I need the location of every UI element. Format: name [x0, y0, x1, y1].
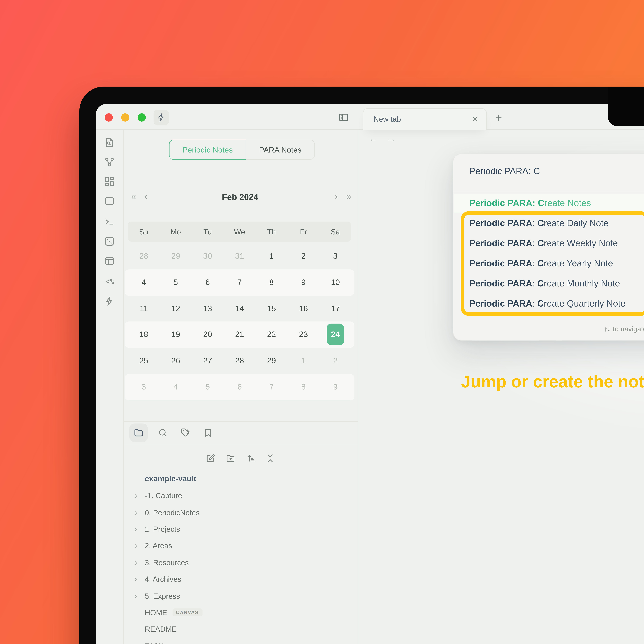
layout-panel-icon[interactable]: [104, 256, 115, 266]
file-search-icon[interactable]: [104, 137, 115, 148]
tree-item[interactable]: HOME CANVAS: [123, 604, 358, 621]
zap-icon[interactable]: [154, 110, 169, 125]
tree-item-label: 1. Projects: [145, 525, 180, 533]
bookmark-icon[interactable]: [203, 428, 213, 438]
tree-item[interactable]: › 3. Resources: [123, 554, 358, 571]
calendar-day[interactable]: 6: [224, 374, 256, 400]
calendar-day[interactable]: 13: [192, 295, 224, 322]
zap-ribbon-icon[interactable]: [104, 296, 115, 307]
display-notch: [608, 87, 644, 126]
calendar-day[interactable]: 20: [192, 321, 224, 348]
tab-para-notes[interactable]: PARA Notes: [246, 140, 315, 160]
weekday-label: Sa: [319, 222, 351, 242]
tree-item[interactable]: TASK: [123, 638, 358, 644]
palette-command[interactable]: Periodic PARA: Create Daily Note: [454, 213, 644, 233]
graph-icon[interactable]: [104, 157, 115, 167]
calendar-day[interactable]: 12: [160, 295, 192, 322]
close-window-button[interactable]: [105, 113, 113, 122]
editor-tab[interactable]: New tab ✕: [363, 108, 487, 130]
tree-item[interactable]: › 0. PeriodicNotes: [123, 504, 358, 521]
calendar-day[interactable]: 6: [192, 269, 224, 295]
calendar-day[interactable]: 5: [192, 374, 224, 400]
calendar-day[interactable]: 9: [319, 374, 351, 400]
month-title[interactable]: Feb 2024: [222, 188, 258, 206]
new-note-icon[interactable]: [205, 453, 215, 463]
calendar-day[interactable]: 16: [287, 295, 319, 322]
calendar-day[interactable]: 24: [319, 321, 351, 348]
search-icon[interactable]: [157, 428, 168, 438]
calendar-day[interactable]: 23: [287, 321, 319, 348]
calendar-day[interactable]: 21: [224, 321, 256, 348]
calendar-day[interactable]: 17: [319, 295, 351, 322]
calendar-day[interactable]: 1: [256, 243, 287, 269]
calendar-day[interactable]: 11: [128, 295, 160, 322]
calendar-day[interactable]: 19: [160, 321, 192, 348]
calendar-day[interactable]: 18: [128, 321, 160, 348]
calendar-day[interactable]: 8: [287, 374, 319, 400]
calendar-day[interactable]: 10: [319, 269, 351, 295]
palette-command[interactable]: Periodic PARA: Create Monthly Note: [454, 274, 644, 294]
calendar-day[interactable]: 22: [256, 321, 287, 348]
layout-sidebar-toggle-icon[interactable]: [338, 112, 349, 123]
tree-item[interactable]: › 1. Projects: [123, 521, 358, 537]
new-tab-button[interactable]: +: [493, 106, 505, 130]
calendar-day[interactable]: 2: [287, 243, 319, 269]
back-icon[interactable]: ←: [369, 134, 378, 144]
calendar-day[interactable]: 1: [287, 348, 319, 374]
tree-item[interactable]: › 4. Archives: [123, 571, 358, 588]
dice-icon[interactable]: [104, 236, 115, 247]
tags-icon[interactable]: [180, 428, 190, 438]
folder-icon[interactable]: [129, 423, 148, 442]
previous-month-button[interactable]: ‹: [144, 188, 147, 206]
palette-command[interactable]: Periodic PARA: Create Yearly Note: [454, 253, 644, 274]
calendar-day[interactable]: 15: [256, 295, 287, 322]
palette-search-input[interactable]: Periodic PARA: C: [469, 162, 644, 180]
calendar-day[interactable]: 3: [319, 243, 351, 269]
tree-item[interactable]: README: [123, 621, 358, 638]
previous-year-button[interactable]: «: [131, 188, 136, 206]
tree-item[interactable]: › 2. Areas: [123, 537, 358, 554]
new-folder-icon[interactable]: [225, 453, 235, 463]
next-month-button[interactable]: ›: [335, 188, 338, 206]
palette-selected-command[interactable]: Periodic PARA: Create Notes: [454, 194, 644, 213]
calendar-day[interactable]: 26: [160, 348, 192, 374]
calendar-day[interactable]: 5: [160, 269, 192, 295]
zoom-window-button[interactable]: [138, 113, 146, 122]
calendar-day[interactable]: 28: [224, 348, 256, 374]
palette-command[interactable]: Periodic PARA: Create Quarterly Note: [454, 294, 644, 314]
forward-icon[interactable]: →: [387, 134, 396, 144]
sort-ascending-icon[interactable]: [245, 453, 255, 463]
palette-command[interactable]: Periodic PARA: Create Weekly Note: [454, 233, 644, 253]
calendar-day[interactable]: 7: [256, 374, 287, 400]
calendar-day[interactable]: 4: [160, 374, 192, 400]
calendar-day[interactable]: 31: [224, 243, 256, 269]
calendar-day[interactable]: 3: [128, 374, 160, 400]
calendar-day[interactable]: 25: [128, 348, 160, 374]
vault-root[interactable]: example-vault: [123, 470, 358, 487]
layout-dashboard-icon[interactable]: [104, 176, 115, 187]
calendar-day[interactable]: 29: [160, 243, 192, 269]
calendar-grid: 2829303112345678910111213141516171819202…: [128, 243, 351, 400]
calendar-day[interactable]: 7: [224, 269, 256, 295]
tree-item-label: 0. PeriodicNotes: [145, 508, 200, 516]
tree-item[interactable]: › 5. Express: [123, 587, 358, 604]
collapse-icon[interactable]: [265, 453, 275, 463]
calendar-day[interactable]: 14: [224, 295, 256, 322]
calendar-day[interactable]: 28: [128, 243, 160, 269]
calendar-day[interactable]: 30: [192, 243, 224, 269]
next-year-button[interactable]: »: [346, 188, 351, 206]
calendar-day[interactable]: 2: [319, 348, 351, 374]
terminal-icon[interactable]: [104, 216, 115, 227]
template-percent-icon[interactable]: <%: [101, 277, 118, 285]
minimize-window-button[interactable]: [121, 113, 129, 122]
calendar-day[interactable]: 29: [256, 348, 287, 374]
calendar-day[interactable]: 9: [287, 269, 319, 295]
calendar-day[interactable]: 8: [256, 269, 287, 295]
calendar-day[interactable]: 4: [128, 269, 160, 295]
tree-item[interactable]: › -1. Capture: [123, 487, 358, 504]
close-icon[interactable]: ✕: [472, 109, 478, 129]
tab-periodic-notes[interactable]: Periodic Notes: [169, 140, 246, 160]
chevron-right-icon: ›: [134, 525, 137, 533]
calendar-day[interactable]: 27: [192, 348, 224, 374]
calendar-icon[interactable]: [104, 195, 115, 206]
